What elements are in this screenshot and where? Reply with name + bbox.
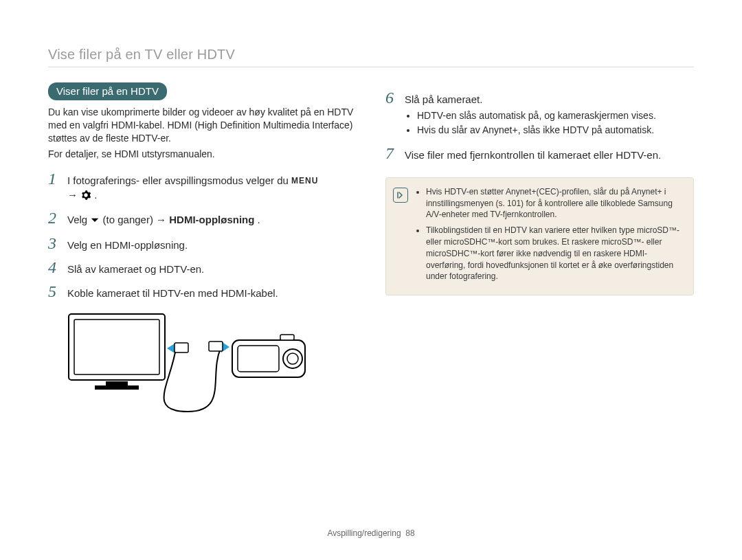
footer-section: Avspilling/redigering (327, 528, 401, 538)
note-list: Hvis HDTV-en støtter Anynet+(CEC)-profil… (415, 186, 685, 287)
step-number: 7 (385, 145, 398, 161)
step-number: 5 (48, 283, 60, 300)
step-3: 3 Velg en HDMI-oppløsning. (48, 235, 357, 252)
menu-icon: MENU (291, 175, 318, 187)
step-number: 2 (48, 210, 60, 226)
step-2-mid: (to ganger) → (103, 214, 170, 225)
page-footer: Avspilling/redigering 88 (0, 528, 742, 538)
right-column: 6 Slå på kameraet. HDTV-en slås automati… (385, 82, 694, 428)
step-text: Slå av kameraet og HDTV-en. (67, 262, 357, 276)
step-text: Velg en HDMI-oppløsning. (67, 238, 357, 252)
step-6-bullets: HDTV-en slås automatisk på, og kameraskj… (405, 109, 694, 137)
note-box: Hvis HDTV-en støtter Anynet+(CEC)-profil… (385, 177, 694, 295)
info-icon (393, 188, 408, 203)
step-text: Koble kameraet til HDTV-en med HDMI-kabe… (67, 286, 357, 300)
step-2-option: HDMI-oppløsning (169, 214, 254, 225)
right-arrow-icon: → (67, 189, 78, 201)
step-number: 6 (385, 89, 398, 106)
step-1: 1 I fotograferings- eller avspillingsmod… (48, 170, 357, 203)
section-heading-pill: Viser filer på en HDTV (48, 82, 167, 100)
step-2: 2 Velg (to ganger) → HDMI-oppløsning . (48, 210, 357, 228)
manual-page: Vise filer på en TV eller HDTV Viser fil… (0, 0, 742, 560)
note-item-2: Tilkoblingstiden til en HDTV kan variere… (426, 225, 685, 282)
intro-paragraph: Du kan vise ukomprimerte bilder og video… (48, 106, 357, 145)
step-1-post: . (94, 189, 97, 201)
running-title: Vise filer på en TV eller HDTV (48, 47, 694, 67)
steps-list-right: 6 Slå på kameraet. HDTV-en slås automati… (385, 89, 694, 162)
two-column-layout: Viser filer på en HDTV Du kan vise ukomp… (48, 82, 694, 428)
gear-icon (80, 188, 91, 203)
step-number: 1 (48, 170, 60, 187)
step-text: Velg (to ganger) → HDMI-oppløsning . (67, 212, 357, 228)
step-number: 4 (48, 259, 60, 276)
step-6-bullet-2: Hvis du slår av Anynet+, slås ikke HDTV … (417, 124, 694, 137)
svg-rect-6 (238, 346, 279, 372)
steps-list-left: 1 I fotograferings- eller avspillingsmod… (48, 170, 357, 300)
hdmi-connection-illustration (67, 309, 357, 428)
left-column: Viser filer på en HDTV Du kan vise ukomp… (48, 82, 357, 428)
step-6: 6 Slå på kameraet. HDTV-en slås automati… (385, 89, 694, 138)
svg-rect-9 (280, 335, 294, 340)
note-item-1: Hvis HDTV-en støtter Anynet+(CEC)-profil… (426, 186, 685, 221)
svg-rect-11 (175, 343, 188, 352)
step-5: 5 Koble kameraet til HDTV-en med HDMI-ka… (48, 283, 357, 300)
footer-page-number: 88 (405, 528, 414, 538)
detail-paragraph: For detaljer, se HDMI utstyrsmanualen. (48, 148, 357, 161)
chevron-down-icon (90, 214, 100, 228)
svg-point-8 (287, 353, 298, 364)
step-7: 7 Vise filer med fjernkontrollen til kam… (385, 145, 694, 162)
step-1-pre: I fotograferings- eller avspillingsmodus… (67, 175, 291, 186)
step-2-post: . (258, 214, 260, 225)
step-4: 4 Slå av kameraet og HDTV-en. (48, 259, 357, 276)
step-text: I fotograferings- eller avspillingsmodus… (67, 173, 357, 203)
step-text: Slå på kameraet. HDTV-en slås automatisk… (405, 92, 694, 138)
svg-rect-2 (106, 381, 128, 385)
step-6-bullet-1: HDTV-en slås automatisk på, og kameraskj… (417, 109, 694, 122)
svg-rect-1 (74, 320, 159, 374)
svg-rect-3 (95, 385, 139, 390)
step-6-text: Slå på kameraet. (405, 93, 482, 105)
step-number: 3 (48, 235, 60, 251)
svg-rect-12 (209, 341, 223, 351)
step-2-pre: Velg (67, 214, 90, 225)
step-text: Vise filer med fjernkontrollen til kamer… (405, 148, 694, 162)
